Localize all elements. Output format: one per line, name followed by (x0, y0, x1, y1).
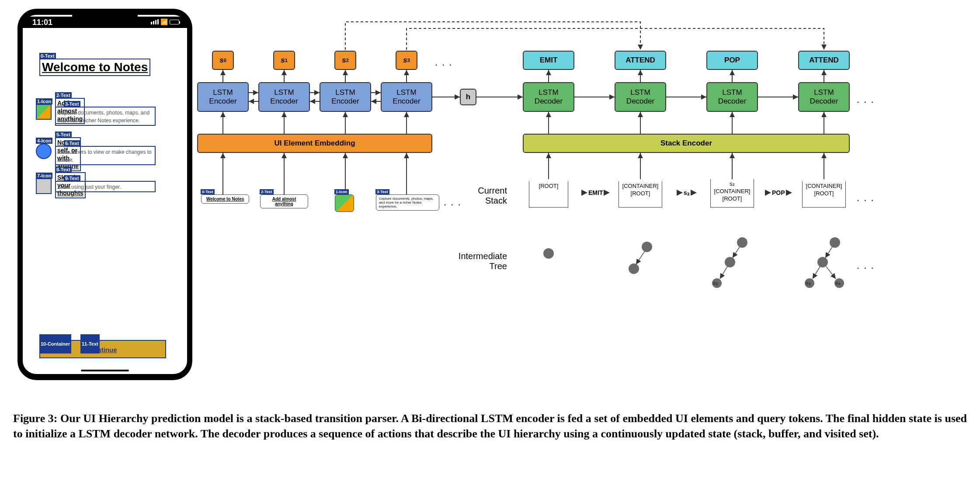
lstm-encoder-1: LSTM Encoder (258, 82, 310, 112)
stack-3: [ROOT] [CONTAINER] (802, 181, 846, 208)
svg-text:s₂: s₂ (713, 280, 718, 286)
svg-line-38 (636, 251, 645, 264)
svg-text:s₃: s₃ (835, 280, 841, 286)
stack-0: [ROOT] (529, 181, 568, 208)
phone-mockup: 11:01 📶 0-Text Welcome to Notes 1-Icon (17, 9, 192, 380)
annotation-body-2: 6-Text Invite others to view or make cha… (55, 146, 156, 165)
lstm-encoder-2: LSTM Encoder (320, 82, 371, 112)
ellipsis: . . . (435, 57, 453, 68)
architecture-column: s₂ s₂ s₃ s0 s1 s2 s3 (192, 9, 971, 402)
encoder-input-2: 1-Icon (335, 194, 354, 212)
wifi-icon: 📶 (160, 18, 168, 25)
s-token-0: s0 (212, 51, 234, 70)
svg-point-35 (543, 248, 554, 259)
annotation-body-1: 3-Text Capture documents, photos, maps, … (55, 107, 156, 126)
label-intermediate-tree: Intermediate Tree (441, 251, 507, 271)
encoder-input-0: 0-Text Welcome to Notes (201, 194, 249, 204)
svg-line-53 (826, 267, 836, 279)
annotation-tag: 3-Text (64, 101, 80, 107)
stack-1: [ROOT] [CONTAINER] (619, 181, 662, 208)
annotation-icon-3: 7-Icon (36, 178, 52, 194)
svg-point-40 (725, 257, 735, 267)
annotation-tag: 7-Icon (36, 173, 52, 179)
annotation-tag: 1-Icon (334, 189, 349, 194)
lstm-encoder-3: LSTM Encoder (381, 82, 432, 112)
lstm-decoder-0: LSTM Decoder (523, 82, 574, 112)
encoder-input-1: 2-Text Add almost anything (260, 194, 308, 208)
svg-point-36 (642, 242, 652, 252)
phone-notch (72, 13, 138, 24)
svg-line-44 (720, 267, 727, 279)
stack-transition-2: POP (765, 189, 792, 196)
svg-text:s₂: s₂ (806, 280, 811, 286)
decoder-action-1: ATTEND (615, 51, 666, 70)
ellipsis: . . . (857, 260, 875, 271)
lstm-decoder-2: LSTM Decoder (706, 82, 758, 112)
lstm-decoder-3: LSTM Decoder (798, 82, 850, 112)
annotation-icon-1: 1-Icon (36, 104, 52, 120)
lstm-decoder-1: LSTM Decoder (615, 82, 666, 112)
annotation-tag: 9-Text (64, 175, 80, 181)
annotation-tag: 3-Text (375, 189, 389, 194)
ellipsis: . . . (857, 192, 875, 204)
annotation-tag: 8-Text (55, 166, 72, 173)
s-token-3: s3 (396, 51, 417, 70)
s-token-2: s2 (334, 51, 356, 70)
svg-line-43 (733, 247, 740, 258)
decoder-action-3: ATTEND (798, 51, 850, 70)
phone-column: 11:01 📶 0-Text Welcome to Notes 1-Icon (9, 9, 192, 402)
decoder-action-2: POP (706, 51, 758, 70)
ui-element-embedding: UI Element Embedding (197, 134, 432, 153)
label-current-stack: Current Stack (450, 186, 507, 206)
home-indicator (81, 370, 129, 371)
svg-point-37 (629, 263, 639, 274)
item-body-text: Invite others to view or make changes to… (58, 149, 152, 163)
annotation-body-3: 9-Text Draw using just your finger. (55, 181, 156, 192)
lstm-encoder-0: LSTM Encoder (197, 82, 249, 112)
annotation-tag: 0-Text (201, 189, 215, 194)
svg-line-51 (825, 247, 832, 258)
phone-title: Welcome to Notes (42, 60, 148, 74)
architecture-diagram: s₂ s₂ s₃ s0 s1 s2 s3 (192, 9, 971, 402)
stack-transition-0: EMIT (581, 189, 610, 196)
svg-point-39 (737, 237, 747, 248)
stack-2: [ROOT] [CONTAINER] s₂ (710, 179, 754, 208)
stack-transition-1: s₂ (677, 189, 697, 196)
item-body-text: Capture documents, photos, maps, and mor… (58, 110, 149, 124)
annotation-tag: 2-Text (260, 189, 274, 194)
diagram-arrows: s₂ s₂ s₃ (192, 9, 971, 402)
ellipsis: . . . (857, 94, 875, 105)
annotation-tag: 0-Text (39, 53, 56, 59)
phone-content: 0-Text Welcome to Notes 1-Icon 2-Text Ad… (23, 32, 187, 374)
annotation-icon-2: 4-Icon (36, 143, 52, 159)
encoder-input-3: 3-Text Capture documents, photos, maps, … (376, 194, 439, 211)
annotation-tag: 11-Text (80, 334, 100, 353)
s-token-1: s1 (273, 51, 295, 70)
annotation-container-continue: 10-Container 11-Text Continue (39, 340, 166, 358)
figure-caption: Figure 3: Our UI Hierarchy prediction mo… (9, 411, 971, 441)
hidden-state-h: h (460, 89, 476, 105)
annotation-title: 0-Text Welcome to Notes (39, 59, 150, 76)
svg-line-52 (813, 267, 820, 279)
annotation-tag: 10-Container (39, 334, 71, 353)
annotation-tag: 2-Text (55, 92, 72, 98)
annotation-tag: 5-Text (55, 132, 72, 138)
item-body-text: Draw using just your finger. (58, 184, 121, 190)
annotation-tag: 1-Icon (36, 98, 52, 104)
battery-icon (170, 20, 179, 24)
status-time: 11:01 (32, 18, 52, 27)
annotation-tag: 4-Icon (36, 138, 52, 144)
decoder-action-0: EMIT (523, 51, 574, 70)
svg-point-45 (830, 237, 840, 248)
stack-encoder: Stack Encoder (523, 134, 850, 153)
figure-container: 11:01 📶 0-Text Welcome to Notes 1-Icon (9, 9, 971, 402)
svg-point-46 (817, 257, 828, 267)
annotation-tag: 6-Text (64, 140, 80, 146)
status-right-icons: 📶 (151, 18, 179, 25)
signal-icon (151, 19, 159, 24)
